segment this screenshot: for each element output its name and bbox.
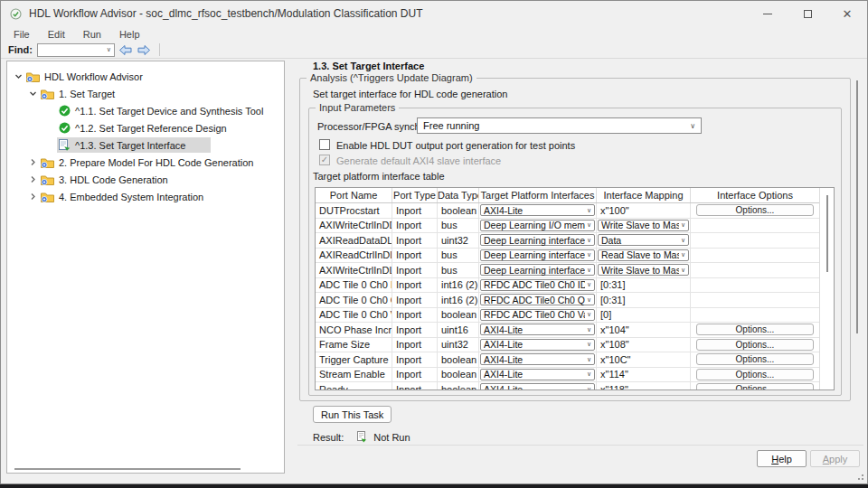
workflow-tree-panel: HDL Workflow Advisor 1. Set Target ^1.1.…	[6, 61, 285, 474]
result-label: Result:	[313, 432, 344, 443]
chevron-right-icon[interactable]	[26, 175, 39, 183]
target-platform-interface-select[interactable]: Deep Learning I/O memory Writ	[480, 220, 595, 231]
target-platform-interface-select[interactable]: Deep Learning interface Read	[480, 234, 595, 246]
interface-options-button[interactable]: Options...	[696, 339, 814, 351]
table-scrollbar-thumb[interactable]	[826, 195, 828, 272]
tree-item-embedded-system-integration[interactable]: 4. Embedded System Integration	[7, 188, 284, 205]
cell-port-name: ADC Tile 0 Ch0 Q Data	[316, 293, 392, 307]
cell-data-type: uint16	[438, 323, 479, 337]
cell-interface-mapping: [0:31]	[597, 293, 691, 307]
close-button[interactable]: ✕	[827, 1, 867, 26]
interface-mapping-select[interactable]: Write Slave to Master E	[598, 220, 689, 231]
tree-item-hdl-code-generation[interactable]: 3. HDL Code Generation	[7, 171, 284, 188]
cell-data-type: uint32	[438, 338, 479, 352]
table-row: Stream Enable Inport boolean AXI4-Lite x…	[316, 368, 834, 383]
target-platform-interface-select[interactable]: AXI4-Lite	[480, 383, 595, 390]
table-row: Frame Size Inport uint32 AXI4-Lite x"108…	[316, 338, 834, 353]
panel-vertical-scrollbar[interactable]	[856, 80, 858, 333]
column-header-interface-options: Interface Options	[691, 188, 819, 202]
interface-options-button[interactable]: Options...	[696, 324, 814, 335]
testpoints-checkbox[interactable]	[319, 139, 330, 150]
tree-item-prepare-model[interactable]: 2. Prepare Model For HDL Code Generation	[7, 154, 284, 171]
table-row: Trigger Capture Inport boolean AXI4-Lite…	[316, 352, 834, 368]
cell-port-name: Stream Enable	[316, 368, 392, 382]
target-platform-interface-select[interactable]: AXI4-Lite	[480, 339, 595, 351]
chevron-down-icon[interactable]	[26, 89, 39, 98]
table-row: AXIWriteCtrlInDL Inport bus Deep Learnin…	[316, 263, 834, 278]
window-resize-grip[interactable]	[858, 474, 863, 480]
interface-mapping-select[interactable]: Data	[598, 234, 689, 246]
result-row: Result: Not Run	[313, 431, 410, 443]
interface-options-button[interactable]: Options...	[696, 353, 814, 365]
target-platform-interface-select[interactable]: Deep Learning interface Write	[480, 264, 595, 276]
column-header-port-name: Port Name	[316, 188, 392, 202]
menu-file[interactable]: File	[5, 29, 39, 40]
chevron-right-icon[interactable]	[26, 158, 39, 166]
processor-fpga-sync-select[interactable]: Free running	[417, 117, 702, 134]
interface-mapping-select[interactable]: Read Slave to Master B	[598, 249, 689, 261]
tree-item-set-target-interface[interactable]: ^1.3. Set Target Interface	[7, 136, 284, 154]
cell-port-type: Inport	[392, 323, 438, 337]
hdl-workflow-advisor-window: HDL Workflow Advisor - soc_dlmc_rfsoc_te…	[0, 0, 868, 484]
cell-port-type: Inport	[392, 233, 438, 248]
find-next-button[interactable]	[137, 44, 151, 56]
find-input[interactable]	[37, 43, 115, 57]
tree-item-root[interactable]: HDL Workflow Advisor	[7, 68, 284, 85]
cell-interface-mapping: [0:31]	[597, 278, 691, 293]
menu-edit[interactable]: Edit	[39, 29, 74, 40]
desktop-background-strip	[0, 484, 868, 488]
axi4-slave-checkbox[interactable]	[319, 155, 330, 165]
task-description: Set target interface for HDL code genera…	[313, 89, 507, 99]
target-platform-interface-table: Port Name Port Type Data Type Target Pla…	[315, 187, 835, 390]
minimize-button[interactable]	[748, 1, 788, 26]
cell-data-type: boolean	[438, 352, 479, 367]
not-run-task-icon	[356, 431, 368, 443]
target-platform-interface-select[interactable]: AXI4-Lite	[480, 353, 595, 365]
table-vertical-scrollbar[interactable]	[819, 188, 834, 389]
chevron-right-icon[interactable]	[26, 192, 39, 201]
target-platform-interface-select[interactable]: AXI4-Lite	[480, 369, 595, 380]
maximize-button[interactable]	[788, 1, 827, 26]
help-button[interactable]: Help	[757, 450, 807, 467]
workflow-folder-icon	[41, 192, 54, 202]
table-row: AXIWriteCtrlInDDR Inport bus Deep Learni…	[316, 219, 834, 234]
table-row: ADC Tile 0 Ch0 I Data Inport int16 (2) R…	[316, 278, 834, 294]
find-previous-button[interactable]	[118, 44, 133, 56]
target-platform-interface-select[interactable]: RFDC ADC Tile0 Ch0 IData [0:3	[480, 279, 595, 291]
tree-item-set-target-reference[interactable]: ^1.2. Set Target Reference Design	[7, 119, 284, 136]
cell-port-name: AXIReadDataDL	[316, 233, 392, 248]
cell-port-type: Inport	[392, 382, 438, 390]
tree-item-set-target-device[interactable]: ^1.1. Set Target Device and Synthesis To…	[7, 102, 284, 119]
interface-mapping-select[interactable]: Write Slave to Master E	[598, 264, 689, 276]
tree-item-set-target[interactable]: 1. Set Target	[7, 85, 284, 102]
toolbar-separator	[159, 43, 160, 56]
green-check-icon	[59, 105, 71, 117]
arrow-left-icon	[118, 44, 133, 56]
menu-run[interactable]: Run	[74, 29, 110, 40]
workflow-folder-icon	[41, 89, 54, 99]
tree-item-label: ^1.1. Set Target Device and Synthesis To…	[75, 106, 263, 117]
target-platform-interface-select[interactable]: Deep Learning interface Read	[480, 249, 595, 261]
target-platform-interface-select[interactable]: AXI4-Lite	[480, 204, 595, 216]
run-this-task-button[interactable]: Run This Task	[313, 406, 392, 423]
menu-help[interactable]: Help	[110, 29, 149, 40]
target-platform-interface-select[interactable]: AXI4-Lite	[480, 324, 595, 335]
apply-button[interactable]: Apply	[810, 450, 860, 467]
table-row: DUTProcstart Inport boolean AXI4-Lite x"…	[316, 203, 834, 219]
column-header-interface-mapping: Interface Mapping	[597, 188, 691, 202]
close-icon: ✕	[843, 8, 853, 20]
chevron-down-icon[interactable]	[12, 72, 24, 80]
table-row: Ready Inport boolean AXI4-Lite x"118" Op…	[316, 382, 834, 390]
cell-data-type: uint32	[438, 233, 479, 248]
tree-item-label: ^1.2. Set Target Reference Design	[75, 123, 227, 134]
interface-options-button[interactable]: Options...	[696, 204, 814, 216]
column-header-target-platform-interfaces: Target Platform Interfaces	[479, 188, 597, 202]
target-platform-interface-select[interactable]: RFDC ADC Tile0 Ch0 Valid	[480, 309, 595, 321]
page-title: 1.3. Set Target Interface	[313, 61, 424, 71]
interface-options-button[interactable]: Options...	[696, 383, 814, 390]
tree-horizontal-scrollbar[interactable]	[14, 468, 241, 470]
cell-port-name: AXIReadCtrlInDL	[316, 249, 392, 263]
target-platform-interface-select[interactable]: RFDC ADC Tile0 Ch0 QData [0:3	[480, 294, 595, 305]
cell-data-type: boolean	[438, 203, 479, 218]
interface-options-button[interactable]: Options...	[696, 369, 814, 380]
